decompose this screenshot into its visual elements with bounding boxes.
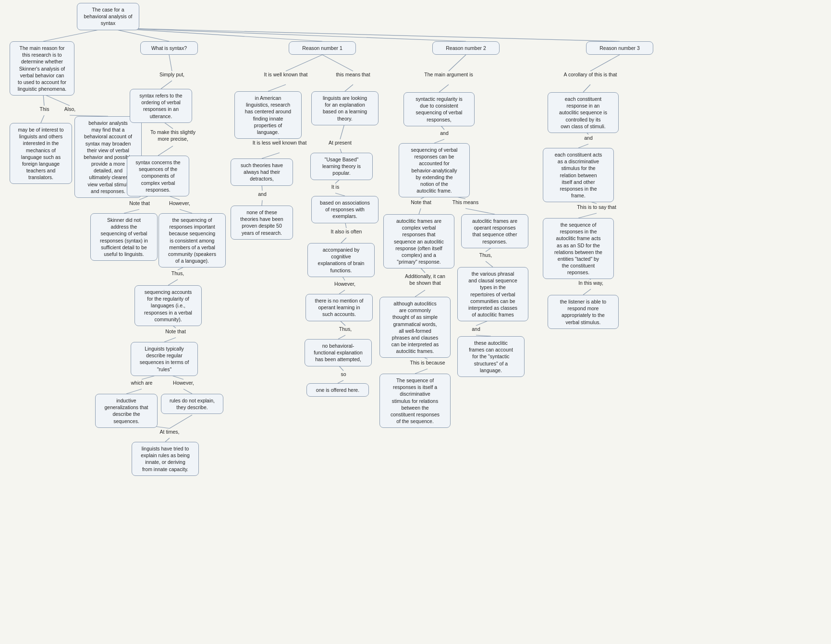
this-is-because-label: This is because: [403, 359, 452, 366]
each-constituent-node: each constituentresponse in anautoclitic…: [548, 92, 619, 133]
corollary-label: A corollary of this is that: [555, 71, 626, 78]
svg-line-59: [486, 261, 493, 267]
in-this-way-label: In this way,: [572, 279, 610, 286]
svg-line-7: [41, 115, 44, 123]
to-make-precise-label: To make this slightlymore precise,: [147, 129, 199, 142]
thus-label1: Thus,: [166, 270, 190, 277]
it-also-label: It also is often: [325, 228, 368, 235]
svg-line-4: [108, 28, 620, 41]
svg-line-15: [124, 209, 139, 213]
based-on-node: based on associationsof responses withex…: [311, 196, 379, 223]
also-label: Also,: [61, 106, 78, 112]
svg-line-9: [169, 55, 172, 71]
svg-line-69: [578, 213, 597, 218]
svg-line-3: [108, 28, 466, 41]
usage-based-node: "Usage Based"learning theory ispopular.: [310, 153, 373, 180]
svg-line-24: [183, 389, 192, 394]
however-label3: However,: [329, 280, 361, 287]
linguists-looking-node: linguists are lookingfor an explanationb…: [311, 91, 379, 125]
syntax-concerns-node: syntax concerns thesequences of thecompo…: [127, 156, 189, 196]
svg-line-2: [108, 28, 322, 41]
at-times-label: At times,: [155, 428, 184, 435]
such-theories-node: such theories havealways had theirdetrac…: [231, 158, 293, 186]
svg-line-51: [434, 139, 444, 143]
thus-label2: Thus,: [333, 326, 357, 332]
svg-line-67: [578, 144, 588, 148]
none-these-node: none of thesetheories have beenproven de…: [231, 206, 293, 240]
svg-line-55: [465, 208, 495, 214]
and-label4: and: [581, 134, 596, 141]
svg-line-49: [439, 85, 449, 92]
autoclitic-complex-node: autoclitic frames arecomplex verbalrespo…: [383, 214, 454, 268]
svg-line-5: [43, 94, 44, 106]
svg-line-26: [170, 415, 192, 428]
svg-line-30: [268, 85, 286, 91]
linguists-describe-node: Linguists typicallydescribe regularseque…: [131, 342, 198, 376]
rules-do-not-node: rules do not explain,they describe.: [161, 394, 223, 414]
skinner-node: Skinner did notaddress thesequencing of …: [90, 213, 158, 261]
in-american-node: in Americanlinguistics, researchhas cent…: [234, 91, 302, 139]
reason2-node: Reason number 2: [432, 41, 500, 55]
root-node: The case for abehavioral analysis ofsynt…: [77, 3, 139, 30]
linguists-tried-node: linguists have tried toexplain rules as …: [132, 442, 199, 476]
svg-line-23: [126, 389, 142, 394]
thus-label3: Thus,: [474, 252, 498, 258]
svg-line-48: [449, 55, 466, 71]
although-autoclitics-node: although autocliticsare commonlythought …: [379, 297, 451, 358]
no-behavioral-node: no behavioral-functional explanationhas …: [305, 339, 372, 366]
sequence-itself-node: The sequence ofresponses is itself adisc…: [379, 374, 451, 428]
simply-put-label: Simply put,: [153, 71, 191, 78]
svg-line-18: [168, 279, 178, 285]
svg-line-10: [161, 81, 172, 89]
at-present-label: At present: [321, 139, 359, 146]
svg-line-6: [43, 94, 70, 106]
svg-line-34: [262, 153, 280, 158]
sequencing-verbal-node: sequencing of verbalresponses can beacco…: [399, 143, 470, 197]
accompanied-node: accompanied bycognitiveexplanations of b…: [307, 243, 375, 277]
and-label1: and: [255, 191, 269, 197]
seq-accounts-node: sequencing accountsfor the regularity of…: [134, 285, 202, 326]
may-be-interest-node: may be of interest tolinguists and other…: [10, 123, 72, 184]
it-less-well-label: It is less well known that: [246, 139, 313, 146]
additionally-label: Additionally, it canbe shown that: [397, 273, 453, 286]
listener-able-node: the listener is able torespond moreappro…: [548, 295, 619, 329]
svg-line-31: [345, 85, 353, 91]
svg-line-58: [415, 290, 425, 297]
these-autoclitic-node: these autocliticframes can accountfor th…: [457, 336, 525, 377]
each-constituent2-node: each constituent actsas a discriminative…: [543, 148, 614, 202]
this-is-to-say-label: This is to say that: [568, 204, 625, 210]
svg-line-43: [339, 290, 345, 294]
however-label1: However,: [163, 200, 196, 207]
syntactic-reg-node: syntactic regularity isdue to consistent…: [403, 92, 475, 126]
note-that-label2: Note that: [160, 328, 191, 335]
note-that-label3: Note that: [405, 199, 437, 206]
svg-line-71: [583, 289, 591, 295]
svg-line-27: [165, 438, 170, 442]
svg-line-62: [415, 369, 428, 374]
inductive-gen-node: inductivegeneralizations thatdescribe th…: [95, 394, 158, 428]
svg-line-38: [262, 200, 262, 206]
main-reason-node: The main reason forthis research is tode…: [10, 41, 74, 96]
one-offered-node: one is offered here.: [306, 383, 369, 397]
various-phrasal-node: the various phrasaland clausal sequencet…: [457, 267, 528, 321]
reason3-node: Reason number 3: [586, 41, 653, 55]
svg-line-41: [341, 238, 346, 243]
so-label: so: [336, 371, 351, 377]
svg-line-35: [340, 149, 342, 153]
sequencing-resp-node: the sequencing ofresponses importantbeca…: [159, 213, 226, 267]
note-that-label1: Note that: [124, 200, 155, 207]
and-label3: and: [469, 326, 483, 332]
sequence-resp-node: the sequence ofresponses in theautocliti…: [543, 218, 614, 279]
syntax-refers-node: syntax refers to theordering of verbalre…: [130, 89, 192, 123]
svg-line-54: [419, 208, 421, 214]
svg-line-12: [158, 146, 173, 156]
svg-line-20: [164, 338, 176, 342]
diagram-container: The case for abehavioral analysis ofsynt…: [0, 0, 831, 644]
svg-line-29: [322, 55, 353, 71]
this-label: This: [36, 106, 53, 112]
this-means-label2: This means: [447, 199, 484, 206]
this-means-label: this means that: [327, 71, 379, 78]
which-are-label: which are: [127, 379, 156, 386]
it-well-known-label: It is well known that: [255, 71, 317, 78]
svg-line-64: [590, 55, 620, 71]
